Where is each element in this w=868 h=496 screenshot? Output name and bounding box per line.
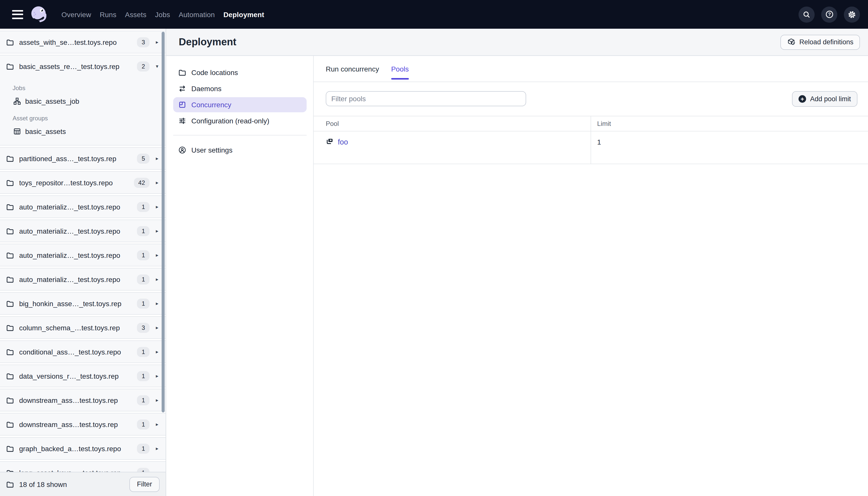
snav-label: Configuration (read-only) [191, 117, 269, 125]
repo-count-badge: 3 [137, 323, 149, 332]
sidebar-repo-item[interactable]: graph_backed_a…test.toys.repo1▸ [0, 438, 165, 459]
folder-icon [6, 62, 14, 70]
filter-pools-input[interactable] [326, 91, 526, 106]
divider [173, 135, 306, 136]
pools-table: Pool Limit foo [314, 116, 868, 164]
sidebar-repo-item[interactable]: data_versions_r…_test.toys.rep1▸ [0, 365, 165, 387]
folder-icon [6, 420, 14, 428]
sidebar-scrollbar[interactable] [162, 32, 164, 413]
sidebar-repo-item[interactable]: partitioned_ass…_test.toys.rep5▸ [0, 148, 165, 169]
repo-count-badge: 1 [137, 467, 149, 472]
dagster-app: Overview Runs Assets Jobs Automation Dep… [0, 0, 868, 496]
tab-run-concurrency[interactable]: Run concurrency [326, 56, 379, 81]
repo-count-badge: 1 [137, 347, 149, 357]
sidebar-repo-card: toys_repositor…test.toys.repo42▸ [0, 171, 165, 194]
sidebar-repo-card: partitioned_ass…_test.toys.rep5▸ [0, 147, 165, 170]
sidebar-repo-item[interactable]: toys_repositor…test.toys.repo42▸ [0, 172, 165, 193]
filter-button[interactable]: Filter [129, 477, 160, 492]
sidebar-item-asset-group[interactable]: basic_assets [0, 124, 165, 138]
nav-overview[interactable]: Overview [61, 10, 91, 18]
snav-daemons[interactable]: Daemons [173, 81, 306, 96]
sidebar-repo-card: graph_backed_a…test.toys.repo1▸ [0, 437, 165, 460]
repo-label: downstream_ass…test.toys.rep [19, 396, 133, 404]
sidebar-footer: 18 of 18 shown Filter [0, 472, 165, 496]
repo-label: toys_repositor…test.toys.repo [19, 179, 130, 187]
column-header-limit: Limit [590, 116, 868, 131]
snav-label: Daemons [191, 84, 222, 93]
chevron-right-icon[interactable]: ▸ [152, 349, 163, 355]
reload-definitions-button[interactable]: Reload definitions [780, 34, 860, 50]
chevron-right-icon[interactable]: ▸ [152, 228, 163, 234]
folder-icon [6, 324, 14, 331]
repo-list: assets_with_se…test.toys.repo3▸basic_ass… [0, 29, 165, 472]
chevron-right-icon[interactable]: ▸ [152, 204, 163, 210]
nav-assets[interactable]: Assets [125, 10, 146, 18]
search-button[interactable] [799, 6, 815, 22]
folder-icon [6, 299, 14, 307]
chevron-right-icon[interactable]: ▸ [152, 421, 163, 427]
repo-label: column_schema_…test.toys.rep [19, 324, 133, 331]
repo-label: data_versions_r…_test.toys.rep [19, 372, 133, 380]
sidebar-repo-card: data_versions_r…_test.toys.rep1▸ [0, 365, 165, 387]
tab-pools[interactable]: Pools [391, 56, 409, 81]
sidebar-item-job[interactable]: basic_assets_job [0, 94, 165, 108]
folder-icon [6, 348, 14, 356]
snav-code-locations[interactable]: Code locations [173, 65, 306, 80]
page-title: Deployment [179, 36, 236, 48]
sidebar-repo-item[interactable]: assets_with_se…test.toys.repo3▸ [0, 31, 165, 53]
top-nav-links: Overview Runs Assets Jobs Automation Dep… [61, 10, 264, 18]
chevron-right-icon[interactable]: ▸ [152, 156, 163, 161]
sidebar-repo-item[interactable]: auto_materializ…_test.toys.repo1▸ [0, 220, 165, 242]
folder-icon [6, 154, 14, 162]
snav-label: User settings [191, 146, 232, 154]
sidebar-repo-item[interactable]: auto_materializ…_test.toys.repo1▸ [0, 244, 165, 266]
chevron-right-icon[interactable]: ▸ [152, 277, 163, 282]
main-panel: Deployment Reload definitions [166, 29, 868, 496]
chevron-right-icon[interactable]: ▸ [152, 325, 163, 330]
sidebar-repo-item[interactable]: auto_materializ…_test.toys.repo1▸ [0, 196, 165, 218]
sidebar-repo-item[interactable]: auto_materializ…_test.toys.repo1▸ [0, 268, 165, 290]
sidebar-repo-item[interactable]: downstream_ass…test.toys.rep1▸ [0, 414, 165, 435]
chevron-right-icon[interactable]: ▸ [152, 446, 163, 451]
folder-icon [6, 275, 14, 283]
sidebar-repo-item[interactable]: column_schema_…test.toys.rep3▸ [0, 317, 165, 338]
chevron-right-icon[interactable]: ▸ [152, 39, 163, 45]
add-pool-limit-label: Add pool limit [810, 95, 851, 103]
chevron-right-icon[interactable]: ▸ [152, 300, 163, 306]
chevron-down-icon[interactable]: ▾ [152, 63, 163, 69]
repo-label: basic_assets_re…_test.toys.rep [19, 62, 133, 70]
pool-link-foo[interactable]: foo [338, 138, 348, 146]
sidebar-repo-item[interactable]: long_asset_keys…_test.toys.rep1▸ [0, 462, 165, 472]
sidebar-repo-item[interactable]: conditional_ass…_test.toys.repo1▸ [0, 341, 165, 362]
snav-configuration[interactable]: Configuration (read-only) [173, 113, 306, 128]
dagster-logo[interactable] [29, 5, 48, 24]
folder-icon [6, 38, 14, 46]
snav-concurrency[interactable]: Concurrency [173, 97, 306, 112]
chevron-right-icon[interactable]: ▸ [152, 180, 163, 185]
sidebar-repo-card: long_asset_keys…_test.toys.rep1▸ [0, 461, 165, 472]
menu-icon[interactable] [11, 9, 24, 19]
concurrency-tabs: Run concurrency Pools [314, 56, 868, 82]
repo-count-badge: 1 [137, 202, 149, 212]
chevron-right-icon[interactable]: ▸ [152, 470, 163, 472]
nav-deployment[interactable]: Deployment [223, 10, 264, 18]
help-button[interactable]: ? [821, 6, 837, 22]
sidebar-repo-item[interactable]: big_honkin_asse…_test.toys.rep1▸ [0, 293, 165, 314]
nav-automation[interactable]: Automation [179, 10, 215, 18]
chevron-right-icon[interactable]: ▸ [152, 397, 163, 403]
chevron-right-icon[interactable]: ▸ [152, 252, 163, 258]
nav-runs[interactable]: Runs [100, 10, 116, 18]
snav-user-settings[interactable]: User settings [173, 142, 306, 158]
sidebar-repo-card: auto_materializ…_test.toys.repo1▸ [0, 196, 165, 218]
column-header-pool: Pool [314, 116, 590, 131]
sidebar-repo-card: column_schema_…test.toys.rep3▸ [0, 316, 165, 339]
repo-count-badge: 1 [137, 395, 149, 405]
repo-label: big_honkin_asse…_test.toys.rep [19, 299, 133, 307]
sidebar-repo-item[interactable]: downstream_ass…test.toys.rep1▸ [0, 389, 165, 411]
add-pool-limit-button[interactable]: + Add pool limit [792, 91, 857, 107]
sidebar-repo-item[interactable]: basic_assets_re…_test.toys.rep2▾ [0, 56, 165, 77]
folder-icon [6, 444, 14, 452]
nav-jobs[interactable]: Jobs [155, 10, 170, 18]
chevron-right-icon[interactable]: ▸ [152, 373, 163, 379]
settings-button[interactable] [844, 6, 860, 22]
